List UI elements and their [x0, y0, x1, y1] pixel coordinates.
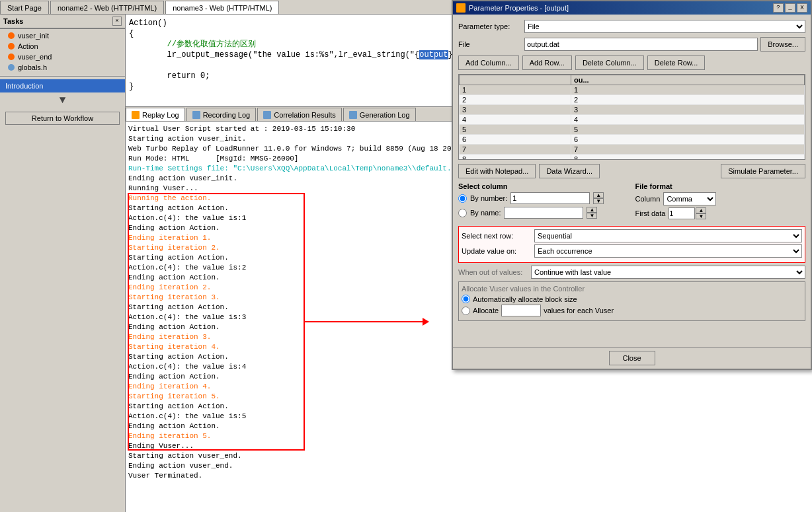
by-number-radio[interactable]	[458, 194, 467, 203]
delete-row-button[interactable]: Delete Row...	[647, 55, 705, 70]
update-value-select[interactable]: Each occurrence	[534, 244, 802, 258]
tab-noname2[interactable]: noname2 - Web (HTTP/HTML)	[50, 1, 164, 14]
log-line-35: Vuser Terminated.	[128, 471, 809, 481]
update-value-row: Update value on: Each occurrence	[462, 244, 802, 258]
tab-noname3[interactable]: noname3 - Web (HTTP/HTML)	[165, 1, 279, 14]
auto-allocate-radio[interactable]	[462, 295, 470, 303]
row-number: 2	[460, 95, 571, 105]
table-header-row	[460, 75, 571, 85]
log-line-28: Starting action Action.	[128, 402, 809, 412]
introduction-label: Introduction	[5, 82, 43, 90]
select-next-row-select[interactable]: Sequential	[534, 229, 802, 242]
auto-allocate-label: Automatically allocate block size	[473, 295, 577, 303]
row-number: 3	[460, 105, 571, 115]
select-column-title: Select column	[458, 182, 629, 190]
param-table-container: ou... 1122334455667788	[458, 74, 805, 160]
allocate-input[interactable]	[501, 305, 541, 316]
row-value: 7	[571, 145, 804, 155]
parameter-type-label: Parameter type:	[458, 22, 524, 30]
by-number-row: By number: ▲ ▼	[458, 192, 629, 204]
name-spin-down[interactable]: ▼	[587, 213, 597, 219]
allocate-group: Allocate Vuser values in the Controller …	[458, 281, 805, 321]
tab-replay-log[interactable]: Replay Log	[126, 108, 185, 121]
by-number-input[interactable]	[510, 192, 590, 204]
vuser-end-icon	[8, 54, 15, 60]
table-row: 33	[460, 105, 805, 115]
table-row: 77	[460, 145, 805, 155]
row-value: 3	[571, 105, 804, 115]
data-wizard-button[interactable]: Data Wizard...	[539, 164, 600, 178]
row-value: 5	[571, 125, 804, 135]
globals-icon	[8, 64, 15, 71]
when-out-label: When out of values:	[458, 268, 531, 276]
tab-generation-log[interactable]: Generation Log	[343, 108, 416, 121]
add-row-button[interactable]: Add Row...	[522, 55, 572, 70]
name-spin-up[interactable]: ▲	[587, 207, 597, 213]
row-value: 4	[571, 115, 804, 125]
dialog-help-button[interactable]: ?	[773, 3, 784, 13]
dialog-close-x-button[interactable]: X	[797, 3, 807, 13]
number-spin-up[interactable]: ▲	[593, 192, 604, 198]
log-line-29: Action.c(4): the value is:5	[128, 412, 809, 421]
name-spinner: ▲ ▼	[587, 207, 597, 219]
simulate-parameter-button[interactable]: Simulate Parameter...	[721, 164, 805, 178]
row-value: 6	[571, 135, 804, 145]
parameter-type-select[interactable]: File	[524, 20, 805, 33]
by-name-row: By name: ▲ ▼	[458, 207, 629, 219]
delete-column-button[interactable]: Delete Column...	[575, 55, 644, 70]
by-name-radio[interactable]	[458, 209, 467, 217]
when-out-select[interactable]: Continue with last value	[531, 266, 805, 279]
file-item-vuser-end[interactable]: vuser_end	[0, 52, 125, 62]
recording-log-icon	[192, 111, 200, 119]
row-number: 7	[460, 145, 571, 155]
file-label: File	[458, 40, 524, 48]
divider	[0, 76, 125, 77]
log-line-30: Ending action Action.	[128, 421, 809, 431]
dialog-minimize-button[interactable]: _	[785, 3, 795, 13]
tasks-close-button[interactable]: ×	[112, 17, 122, 26]
first-data-spin-up[interactable]: ▲	[696, 207, 706, 213]
log-line-26: Ending iteration 4.	[128, 382, 809, 392]
file-input[interactable]	[524, 38, 758, 51]
action-icon	[8, 43, 15, 50]
file-item-vuser-init[interactable]: vuser_init	[0, 30, 125, 41]
select-next-row-label: Select next row:	[462, 232, 534, 240]
log-line-31: Ending iteration 5.	[128, 431, 809, 441]
correlation-icon	[263, 111, 271, 119]
first-data-spin-down[interactable]: ▼	[696, 213, 706, 219]
column-format-select[interactable]: Comma	[663, 192, 716, 205]
vuser-init-icon	[8, 32, 15, 39]
row-update-group: Select next row: Sequential Update value…	[458, 226, 805, 263]
edit-notepad-button[interactable]: Edit with Notepad...	[458, 164, 536, 178]
table-row: 88	[460, 155, 805, 161]
return-workflow-button[interactable]: Return to Workflow	[5, 112, 120, 125]
column-label: Column	[635, 195, 661, 203]
select-column-box: Select column By number: ▲ ▼ By name:	[458, 182, 629, 223]
tab-correlation-results[interactable]: Correlation Results	[257, 108, 342, 121]
first-data-label: First data	[635, 209, 666, 217]
by-number-label: By number:	[470, 194, 507, 202]
row-number: 5	[460, 125, 571, 135]
table-row: 11	[460, 85, 805, 95]
file-item-action[interactable]: Action	[0, 41, 125, 52]
tab-start-page[interactable]: Start Page	[0, 1, 49, 14]
browse-button[interactable]: Browse...	[760, 37, 805, 52]
manual-allocate-radio[interactable]	[462, 307, 470, 315]
number-spin-down[interactable]: ▼	[593, 198, 604, 204]
tasks-header: Tasks ×	[0, 15, 125, 29]
param-table: ou... 1122334455667788	[459, 75, 805, 160]
add-column-button[interactable]: Add Column...	[458, 55, 519, 70]
by-name-input[interactable]	[504, 207, 583, 219]
file-item-globals[interactable]: globals.h	[0, 62, 125, 73]
tab-recording-log[interactable]: Recording Log	[186, 108, 257, 121]
close-button[interactable]: Close	[609, 351, 655, 365]
sidebar-item-introduction[interactable]: Introduction	[0, 79, 125, 92]
manual-allocate-row: Allocate values for each Vuser	[462, 305, 802, 316]
table-row: 44	[460, 115, 805, 125]
allocate-title: Allocate Vuser values in the Controller	[462, 285, 802, 293]
parameter-properties-dialog: Parameter Properties - [output] ? _ X Pa…	[452, 0, 812, 370]
first-data-input[interactable]	[669, 207, 695, 219]
table-header-col: ou...	[571, 75, 804, 85]
generation-log-icon	[349, 111, 357, 119]
number-spinner: ▲ ▼	[593, 192, 604, 204]
